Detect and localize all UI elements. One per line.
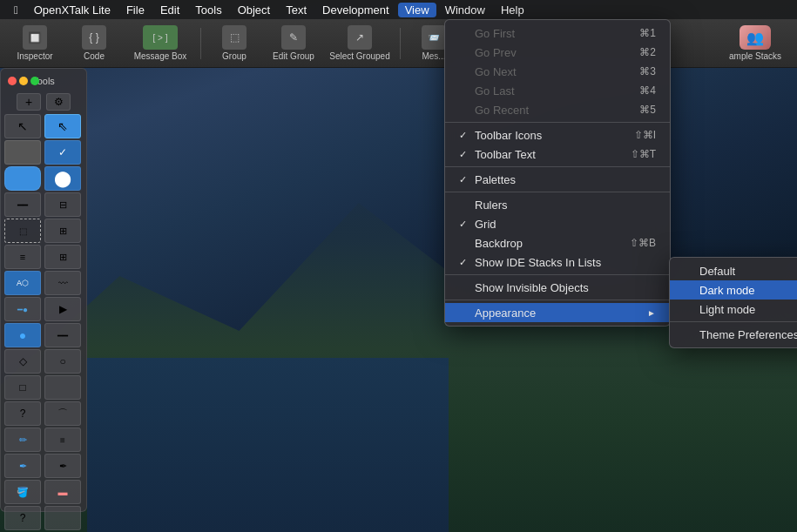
tool-curve[interactable]: ⌒ [44,401,81,426]
appearance-check [459,307,473,318]
menubar-development[interactable]: Development [315,3,396,17]
tool-field[interactable]: A⬡ [4,271,41,295]
toolbar-text-label: Toolbar Text [475,148,536,161]
toolbar-messagebox-btn[interactable]: [ > ] Message Box [125,22,195,65]
tool-question[interactable]: ? [4,401,41,426]
toolbar-editgroup-btn[interactable]: ✎ Edit Group [266,22,321,65]
menubar-text[interactable]: Text [279,3,314,17]
menu-go-recent[interactable]: Go Recent ⌘5 [445,100,670,119]
go-next-shortcut: ⌘3 [639,65,656,77]
menu-go-last[interactable]: Go Last ⌘4 [445,81,670,100]
maximize-button[interactable] [30,77,39,85]
tool-dashed-rect[interactable]: ⬚ [4,219,41,243]
tool-square-outline[interactable]: □ [4,375,41,400]
toolbar-sep-2 [400,28,401,59]
menubar-file[interactable]: File [119,3,152,17]
editgroup-icon: ✎ [281,25,306,50]
theme-prefs-check [684,329,698,340]
menubar-edit[interactable]: Edit [153,3,186,17]
menubar-object[interactable]: Object [231,3,278,17]
toolbar-icons-check: ✓ [459,130,473,141]
menu-backdrop[interactable]: Backdrop ⇧⌘B [445,233,670,253]
tool-rounded-rect[interactable] [4,166,41,191]
toolbar-selectgrouped-btn[interactable]: ↗ Select Grouped [325,22,395,65]
go-prev-label: Go Prev [475,46,517,59]
tool-circle[interactable]: ⬤ [44,166,81,191]
tool-slider[interactable]: ━● [4,297,41,321]
menubar-view[interactable]: View [398,3,436,17]
tool-arrow[interactable]: ↖ [4,114,41,138]
tool-paint2[interactable]: ✒ [44,454,81,478]
toolbar-group-btn[interactable]: ⬚ Group [206,22,262,65]
tool-pencil[interactable]: ✏ [4,428,41,452]
palettes-label: Palettes [475,173,516,186]
minimize-button[interactable] [19,77,28,85]
close-button[interactable] [8,77,17,85]
tools-gear-btn[interactable]: ⚙ [46,93,71,111]
go-last-check [459,85,473,96]
light-mode-check [684,304,698,314]
toolbar-code-btn[interactable]: { } Code [66,22,122,65]
tool-lines[interactable]: ≡ [44,428,81,452]
backdrop-check [459,238,473,248]
apple-menu[interactable]:  [7,3,25,17]
menu-show-ide-stacks[interactable]: ✓ Show IDE Stacks In Lists [445,253,670,272]
tools-gear-row: + ⚙ [4,93,83,111]
menu-go-next[interactable]: Go Next ⌘3 [445,62,670,81]
submenu-dark-mode[interactable]: Dark mode [670,280,797,300]
menu-toolbar-icons[interactable]: ✓ Toolbar Icons ⇧⌘I [445,125,670,145]
sample-stacks-icon: 👥 [740,25,771,50]
tool-scroll[interactable]: ⊟ [44,192,81,217]
tool-paint[interactable]: ✒ [4,454,41,478]
menu-appearance[interactable]: Appearance ► [445,303,670,322]
show-invisible-label: Show Invisible Objects [475,281,589,294]
menubar-window[interactable]: Window [438,3,492,17]
tool-bucket[interactable]: 🪣 [4,480,41,504]
rulers-label: Rulers [475,199,508,212]
menu-sep-1 [445,122,670,123]
tool-question2[interactable]: ? [4,506,41,530]
tool-eraser[interactable]: ▬ [44,480,81,504]
tool-table[interactable]: ⊞ [44,219,81,243]
menu-toolbar-text[interactable]: ✓ Toolbar Text ⇧⌘T [445,145,670,164]
tool-hline[interactable]: ━━ [4,192,41,217]
menubar-app[interactable]: OpenXTalk Lite [27,3,118,17]
menu-go-prev[interactable]: Go Prev ⌘2 [445,43,670,62]
backdrop-shortcut: ⇧⌘B [630,237,656,249]
tools-add-btn[interactable]: + [17,93,41,111]
toolbar-sep-1 [200,28,201,59]
tool-play[interactable]: ▶ [44,297,81,321]
go-first-check [459,28,473,38]
toolbar-inspector-btn[interactable]: 🔲 Inspector [7,22,63,65]
go-first-label: Go First [475,27,515,40]
menu-go-first[interactable]: Go First ⌘1 [445,24,670,43]
tool-circle-btn[interactable]: ● [4,323,41,347]
theme-prefs-label: Theme Preferences [699,328,797,341]
menu-show-invisible[interactable]: Show Invisible Objects [445,278,670,297]
tool-progress[interactable]: ━━ [44,323,81,347]
tool-check[interactable]: ✓ [44,140,81,165]
menu-rulers[interactable]: Rulers [445,195,670,214]
tool-grid[interactable]: ⊞ [44,245,81,269]
tool-list[interactable]: ≡ [4,245,41,269]
go-prev-shortcut: ⌘2 [639,46,656,58]
toolbar-text-shortcut: ⇧⌘T [631,148,656,160]
grid-check: ✓ [459,219,473,230]
submenu-light-mode[interactable]: Light mode [670,300,797,319]
tool-arrow-alt[interactable]: ⇖ [44,114,81,138]
show-invisible-check [459,282,473,293]
sample-stacks-btn[interactable]: 👥 ample Stacks [720,22,790,65]
group-label: Group [222,51,247,61]
tool-diamond[interactable]: ◇ [4,349,41,374]
tool-rect[interactable] [4,140,41,165]
menubar-help[interactable]: Help [494,3,531,17]
appearance-label: Appearance [475,306,536,320]
menu-sep-5 [445,300,670,300]
menu-palettes[interactable]: ✓ Palettes [445,170,670,189]
menubar-tools[interactable]: Tools [188,3,228,17]
tool-oval[interactable]: ○ [44,349,81,374]
menu-grid[interactable]: ✓ Grid [445,214,670,233]
submenu-default[interactable]: Default [670,261,797,280]
submenu-theme-prefs[interactable]: Theme Preferences [670,325,797,344]
tool-wave[interactable]: 〰 [44,271,81,295]
